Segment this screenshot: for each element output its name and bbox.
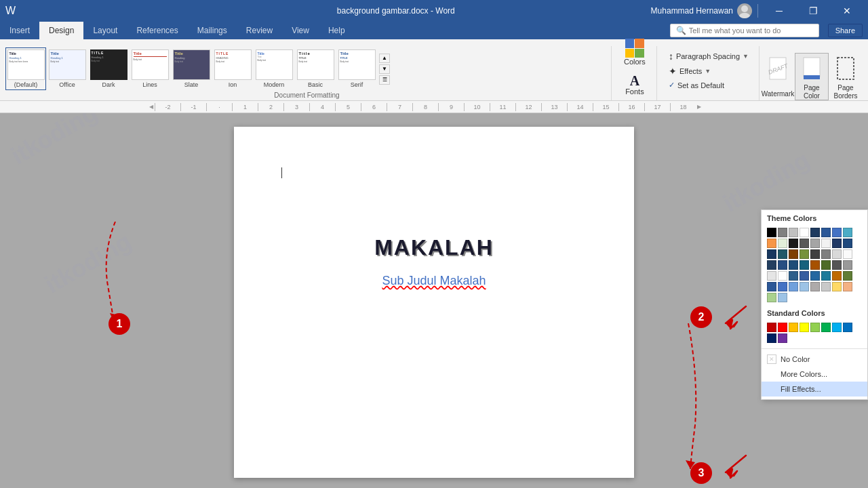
theme-color-cell-5[interactable] bbox=[821, 228, 831, 237]
theme-color-cell-49[interactable] bbox=[778, 293, 787, 302]
theme-color-cell-8[interactable] bbox=[767, 239, 776, 248]
theme-item-8[interactable]: Title TITLE Body text Serif bbox=[336, 47, 377, 90]
theme-color-cell-6[interactable] bbox=[832, 228, 842, 237]
theme-color-cell-29[interactable] bbox=[821, 260, 831, 270]
tab-references[interactable]: References bbox=[127, 22, 187, 39]
theme-color-cell-46[interactable] bbox=[832, 282, 842, 291]
theme-color-cell-31[interactable] bbox=[843, 260, 852, 270]
fonts-button[interactable]: A Fonts bbox=[618, 70, 651, 99]
theme-color-cell-4[interactable] bbox=[810, 228, 820, 237]
theme-item-7[interactable]: Title TITLE Body text Basic bbox=[295, 47, 336, 90]
standard-color-cell-8[interactable] bbox=[767, 333, 776, 343]
theme-color-cell-16[interactable] bbox=[767, 249, 776, 259]
tab-review[interactable]: Review bbox=[237, 22, 282, 39]
theme-color-cell-43[interactable] bbox=[800, 282, 809, 291]
theme-color-cell-24[interactable] bbox=[767, 260, 776, 270]
theme-color-cell-30[interactable] bbox=[832, 260, 842, 270]
theme-color-cell-18[interactable] bbox=[789, 249, 798, 259]
document-page[interactable]: MAKALAH Sub Judul Makalah bbox=[234, 127, 634, 478]
theme-item-2[interactable]: TITLE Heading 1 Body text Dark bbox=[88, 47, 129, 90]
minimize-button[interactable]: ─ bbox=[764, 0, 795, 22]
tab-insert[interactable]: Insert bbox=[0, 22, 39, 39]
effects-button[interactable]: ✦ Effects ▼ bbox=[664, 64, 753, 79]
theme-color-cell-28[interactable] bbox=[810, 260, 820, 270]
theme-color-cell-27[interactable] bbox=[800, 260, 809, 270]
theme-color-cell-25[interactable] bbox=[778, 260, 787, 270]
set-default-button[interactable]: ✓ Set as Default bbox=[664, 79, 753, 92]
standard-color-cell-6[interactable] bbox=[832, 323, 842, 332]
standard-color-cell-3[interactable] bbox=[800, 323, 809, 332]
theme-color-cell-48[interactable] bbox=[767, 293, 776, 302]
theme-scroll-more[interactable]: ☰ bbox=[379, 75, 390, 85]
standard-color-cell-7[interactable] bbox=[843, 323, 852, 332]
theme-color-cell-39[interactable] bbox=[843, 271, 852, 281]
avatar[interactable] bbox=[737, 3, 752, 18]
theme-color-cell-34[interactable] bbox=[789, 271, 798, 281]
colors-button[interactable]: Colors bbox=[618, 35, 651, 69]
theme-color-cell-45[interactable] bbox=[821, 282, 831, 291]
theme-color-cell-44[interactable] bbox=[810, 282, 820, 291]
tab-layout[interactable]: Layout bbox=[83, 22, 127, 39]
theme-color-cell-40[interactable] bbox=[767, 282, 776, 291]
theme-color-cell-12[interactable] bbox=[810, 239, 820, 248]
standard-color-cell-2[interactable] bbox=[789, 323, 798, 332]
theme-color-cell-14[interactable] bbox=[832, 239, 842, 248]
search-box[interactable]: 🔍 bbox=[670, 24, 819, 37]
theme-color-cell-19[interactable] bbox=[800, 249, 809, 259]
theme-color-cell-47[interactable] bbox=[843, 282, 852, 291]
standard-color-cell-9[interactable] bbox=[778, 333, 787, 343]
theme-color-cell-15[interactable] bbox=[843, 239, 852, 248]
tab-help[interactable]: Help bbox=[319, 22, 355, 39]
search-input[interactable] bbox=[689, 26, 811, 35]
page-borders-button[interactable]: Page Borders bbox=[829, 53, 863, 100]
theme-color-cell-11[interactable] bbox=[800, 239, 809, 248]
page-color-button[interactable]: Page Color bbox=[795, 53, 829, 100]
theme-color-cell-1[interactable] bbox=[778, 228, 787, 237]
theme-color-cell-32[interactable] bbox=[767, 271, 776, 281]
theme-item-3[interactable]: Title Body text Lines bbox=[130, 47, 170, 90]
theme-item-0[interactable]: Title Heading 1 Body text here lorem (De… bbox=[5, 47, 46, 90]
theme-color-cell-26[interactable] bbox=[789, 260, 798, 270]
theme-scroll-up[interactable]: ▲ bbox=[379, 54, 390, 63]
theme-scroll-buttons[interactable]: ▲ ▼ ☰ bbox=[379, 54, 390, 85]
theme-color-cell-0[interactable] bbox=[767, 228, 776, 237]
theme-color-cell-2[interactable] bbox=[789, 228, 798, 237]
theme-item-4[interactable]: Title Heading Body text Slate bbox=[171, 47, 212, 90]
standard-color-cell-5[interactable] bbox=[821, 323, 831, 332]
theme-color-cell-41[interactable] bbox=[778, 282, 787, 291]
tab-mailings[interactable]: Mailings bbox=[188, 22, 237, 39]
standard-color-cell-1[interactable] bbox=[778, 323, 787, 332]
fill-effects-item[interactable]: Fill Effects... bbox=[762, 382, 867, 396]
theme-color-cell-33[interactable] bbox=[778, 271, 787, 281]
theme-color-cell-35[interactable] bbox=[800, 271, 809, 281]
close-button[interactable]: ✕ bbox=[831, 0, 863, 22]
share-button[interactable]: Share bbox=[828, 24, 863, 37]
theme-color-cell-42[interactable] bbox=[789, 282, 798, 291]
theme-color-cell-22[interactable] bbox=[832, 249, 842, 259]
theme-color-cell-23[interactable] bbox=[843, 249, 852, 259]
watermark-button[interactable]: DRAFT Watermark bbox=[761, 53, 795, 100]
theme-color-cell-7[interactable] bbox=[843, 228, 852, 237]
theme-color-cell-9[interactable] bbox=[778, 239, 787, 248]
standard-color-cell-0[interactable] bbox=[767, 323, 776, 332]
theme-color-cell-21[interactable] bbox=[821, 249, 831, 259]
tab-view[interactable]: View bbox=[282, 22, 319, 39]
tab-design[interactable]: Design bbox=[39, 22, 83, 39]
standard-color-cell-4[interactable] bbox=[810, 323, 820, 332]
theme-item-1[interactable]: Title Heading 1 Body text Office bbox=[47, 47, 87, 90]
theme-color-cell-37[interactable] bbox=[821, 271, 831, 281]
theme-scroll-down[interactable]: ▼ bbox=[379, 64, 390, 74]
theme-item-5[interactable]: TITLE HEADING Body text Ion bbox=[212, 47, 253, 90]
no-color-item[interactable]: ✕ No Color bbox=[762, 352, 867, 367]
theme-color-cell-10[interactable] bbox=[789, 239, 798, 248]
theme-color-cell-3[interactable] bbox=[800, 228, 809, 237]
theme-color-cell-36[interactable] bbox=[810, 271, 820, 281]
theme-color-cell-13[interactable] bbox=[821, 239, 831, 248]
theme-color-cell-20[interactable] bbox=[810, 249, 820, 259]
theme-color-cell-17[interactable] bbox=[778, 249, 787, 259]
more-colors-item[interactable]: More Colors... bbox=[762, 367, 867, 382]
restore-button[interactable]: ❐ bbox=[797, 0, 829, 22]
paragraph-spacing-button[interactable]: ↕ Paragraph Spacing ▼ bbox=[664, 49, 753, 64]
theme-item-6[interactable]: Title Tma Body text Modern bbox=[254, 47, 294, 90]
theme-color-cell-38[interactable] bbox=[832, 271, 842, 281]
